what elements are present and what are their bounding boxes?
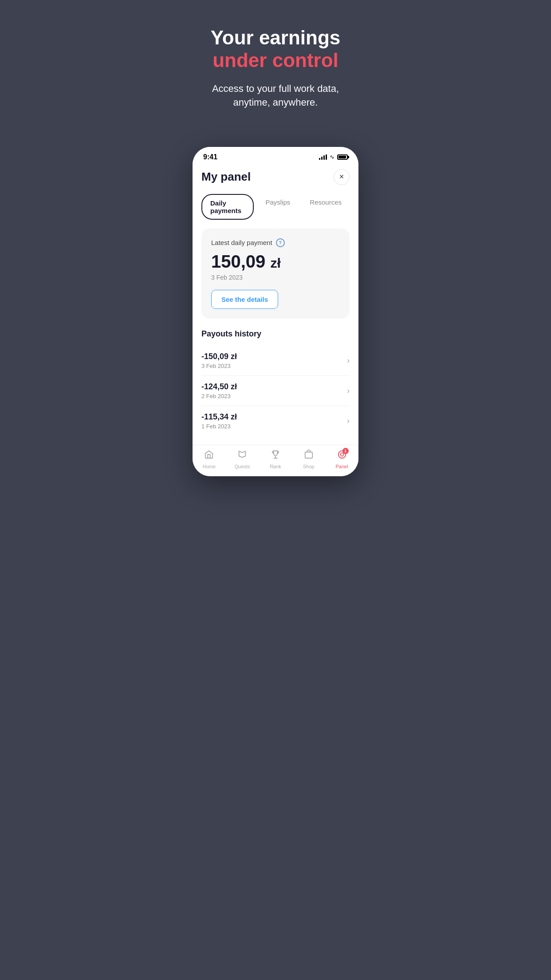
history-item-info: -124,50 zł 2 Feb 2023	[201, 382, 237, 399]
history-item[interactable]: -124,50 zł 2 Feb 2023 ›	[201, 376, 350, 406]
tab-daily-payments[interactable]: Daily payments	[201, 194, 254, 220]
hero-title-accent: under control	[213, 49, 338, 71]
chevron-right-icon-3: ›	[347, 416, 350, 426]
phone-mockup: 9:41 ∿ My panel ×	[193, 147, 358, 476]
history-section: Payouts history -150,09 zł 3 Feb 2023 › …	[201, 329, 350, 436]
wifi-icon: ∿	[330, 154, 335, 160]
history-item-info: -115,34 zł 1 Feb 2023	[201, 412, 237, 430]
signal-icon	[319, 154, 327, 160]
status-bar: 9:41 ∿	[193, 147, 358, 165]
shop-icon	[304, 450, 314, 462]
nav-label-rank: Rank	[270, 464, 281, 469]
panel-content: My panel × Daily payments Payslips Resou…	[193, 165, 358, 445]
nav-label-home: Home	[203, 464, 216, 469]
status-icons: ∿	[319, 154, 348, 160]
home-icon	[204, 450, 214, 462]
history-item-info: -150,09 zł 3 Feb 2023	[201, 352, 237, 369]
chevron-right-icon-1: ›	[347, 356, 350, 365]
nav-item-home[interactable]: Home	[193, 450, 226, 469]
payment-amount: 150,09 zł	[211, 252, 340, 271]
panel-badge-wrapper: 1	[337, 450, 347, 462]
rank-icon	[271, 450, 280, 462]
history-amount-3: -115,34 zł	[201, 412, 237, 422]
nav-label-quests: Quests	[235, 464, 250, 469]
history-item[interactable]: -115,34 zł 1 Feb 2023 ›	[201, 406, 350, 436]
panel-title: My panel	[201, 170, 251, 184]
payment-date: 3 Feb 2023	[211, 274, 340, 281]
nav-item-panel[interactable]: 1 Panel	[325, 450, 358, 469]
tab-payslips[interactable]: Payslips	[257, 194, 298, 220]
history-amount-2: -124,50 zł	[201, 382, 237, 391]
hero-title: Your earnings under control	[193, 27, 358, 71]
history-date-2: 2 Feb 2023	[201, 393, 237, 399]
tab-resources[interactable]: Resources	[302, 194, 350, 220]
nav-item-rank[interactable]: Rank	[259, 450, 292, 469]
status-time: 9:41	[203, 153, 217, 161]
chevron-right-icon-2: ›	[347, 386, 350, 395]
info-icon[interactable]: ?	[276, 238, 285, 247]
history-amount-1: -150,09 zł	[201, 352, 237, 361]
payment-card: Latest daily payment ? 150,09 zł 3 Feb 2…	[201, 229, 350, 319]
hero-title-line1: Your earnings	[211, 27, 341, 48]
tabs-row: Daily payments Payslips Resources	[201, 194, 350, 220]
see-details-button[interactable]: See the details	[211, 290, 278, 309]
history-date-3: 1 Feb 2023	[201, 423, 237, 430]
latest-payment-label: Latest daily payment ?	[211, 238, 340, 247]
svg-point-2	[340, 453, 343, 456]
payment-currency: zł	[270, 256, 280, 270]
nav-item-shop[interactable]: Shop	[292, 450, 325, 469]
nav-label-shop: Shop	[303, 464, 315, 469]
bottom-nav: Home Quests Rank	[193, 445, 358, 476]
close-button[interactable]: ×	[334, 169, 350, 185]
quests-icon	[237, 450, 247, 462]
history-title: Payouts history	[201, 329, 350, 339]
nav-label-panel: Panel	[336, 464, 348, 469]
nav-item-quests[interactable]: Quests	[226, 450, 259, 469]
hero-subtitle: Access to your full work data, anytime, …	[193, 82, 358, 110]
history-date-1: 3 Feb 2023	[201, 363, 237, 369]
svg-rect-0	[305, 452, 313, 458]
page-wrapper: Your earnings under control Access to yo…	[184, 0, 367, 476]
panel-header: My panel ×	[201, 165, 350, 194]
battery-icon	[337, 154, 348, 160]
history-item[interactable]: -150,09 zł 3 Feb 2023 ›	[201, 346, 350, 376]
panel-badge: 1	[342, 448, 349, 454]
hero-section: Your earnings under control Access to yo…	[193, 27, 358, 129]
